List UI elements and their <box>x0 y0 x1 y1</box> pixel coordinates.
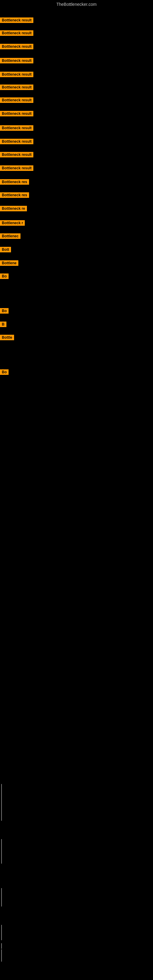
bottleneck-result-badge[interactable]: Bottleneck result <box>0 165 33 171</box>
bottleneck-result-badge[interactable]: B <box>0 321 6 327</box>
bottleneck-badge-row[interactable]: Bottleneck result <box>0 125 33 132</box>
bottleneck-result-badge[interactable]: Bottleneck res <box>0 179 29 185</box>
bottleneck-badge-row[interactable]: Bottlene <box>0 260 18 267</box>
bottleneck-result-badge[interactable]: Bottleneck result <box>0 30 33 36</box>
bottleneck-result-badge[interactable]: Bottleneck re <box>0 206 27 211</box>
bottleneck-result-badge[interactable]: Bottleneck result <box>0 18 33 23</box>
bottleneck-badge-row[interactable]: Bottle <box>0 335 14 342</box>
bottleneck-badge-row[interactable]: Bottleneck res <box>0 192 29 199</box>
bottleneck-badge-row[interactable]: Bottleneck r <box>0 220 25 227</box>
bottleneck-badge-row[interactable]: Bottleneck result <box>0 30 33 37</box>
bottleneck-result-badge[interactable]: Bottleneck result <box>0 152 33 158</box>
bottleneck-result-badge[interactable]: Bottleneck res <box>0 192 29 198</box>
bottleneck-badge-row[interactable]: Bottleneck result <box>0 44 33 51</box>
bottleneck-badge-row[interactable]: Bottleneck result <box>0 139 33 145</box>
site-title: TheBottlenecker.com <box>0 0 153 8</box>
vertical-line-1 <box>1 839 2 864</box>
bottleneck-badge-row[interactable]: Bo <box>0 308 9 315</box>
bottleneck-result-badge[interactable]: Bottleneck r <box>0 220 25 226</box>
bottleneck-result-badge[interactable]: Bo <box>0 274 9 279</box>
bottleneck-badge-row[interactable]: Bottleneck re <box>0 206 27 213</box>
bottleneck-badge-row[interactable]: Bottleneck result <box>0 97 33 104</box>
bottleneck-badge-row[interactable]: Bottleneck result <box>0 58 33 65</box>
bottleneck-result-badge[interactable]: Bottleneck result <box>0 97 33 103</box>
vertical-line-7 <box>1 953 2 958</box>
bottleneck-badge-row[interactable]: Bottlenec <box>0 233 21 240</box>
bottleneck-badge-row[interactable]: Bo <box>0 274 9 280</box>
bottleneck-result-badge[interactable]: Bottleneck result <box>0 58 33 64</box>
bottleneck-result-badge[interactable]: Bottlene <box>0 260 18 266</box>
bottleneck-result-badge[interactable]: Bottleneck result <box>0 111 33 116</box>
vertical-line-5 <box>1 934 2 940</box>
bottleneck-badge-row[interactable]: Bott <box>0 247 11 254</box>
bottleneck-result-badge[interactable]: Bottleneck result <box>0 139 33 144</box>
bottleneck-result-badge[interactable]: Bottleneck result <box>0 44 33 49</box>
bottleneck-badge-row[interactable]: Bottleneck result <box>0 152 33 159</box>
bottleneck-result-badge[interactable]: Bo <box>0 369 9 375</box>
bottleneck-badge-row[interactable]: Bottleneck result <box>0 72 33 78</box>
vertical-line-0 <box>1 784 2 821</box>
vertical-line-6 <box>1 943 2 949</box>
bottleneck-badge-row[interactable]: Bottleneck result <box>0 18 33 24</box>
bottleneck-badge-row[interactable]: Bottleneck result <box>0 165 33 172</box>
bottleneck-result-badge[interactable]: Bottleneck result <box>0 84 33 90</box>
bottleneck-badge-row[interactable]: Bo <box>0 369 9 376</box>
bottleneck-badge-row[interactable]: Bottleneck result <box>0 111 33 118</box>
bottleneck-result-badge[interactable]: Bo <box>0 308 9 313</box>
bottleneck-result-badge[interactable]: Bottle <box>0 335 14 340</box>
bottleneck-result-badge[interactable]: Bottleneck result <box>0 125 33 131</box>
bottleneck-badge-row[interactable]: Bottleneck result <box>0 84 33 91</box>
bottleneck-badge-row[interactable]: Bottleneck res <box>0 179 29 186</box>
bottleneck-badge-row[interactable]: B <box>0 321 6 328</box>
bottleneck-result-badge[interactable]: Bottlenec <box>0 233 21 239</box>
bottleneck-result-badge[interactable]: Bottleneck result <box>0 72 33 77</box>
vertical-line-2 <box>1 888 2 907</box>
bottleneck-result-badge[interactable]: Bott <box>0 247 11 252</box>
